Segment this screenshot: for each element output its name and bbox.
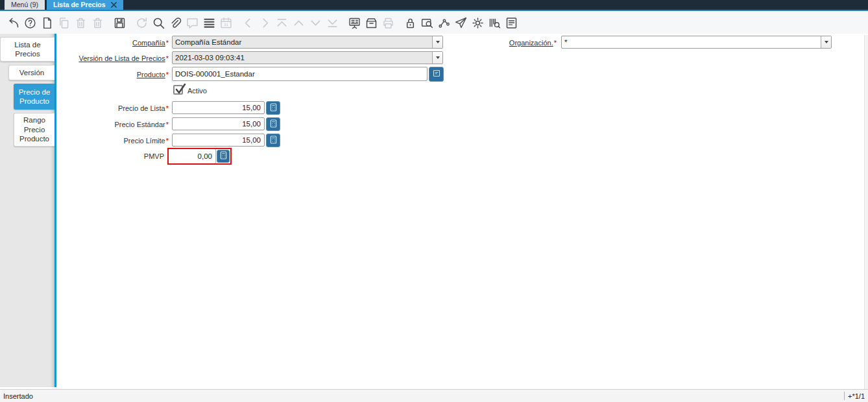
- zoom-across-button[interactable]: [418, 14, 435, 32]
- pmvp-calculator-button[interactable]: [217, 150, 230, 163]
- copy-record-button[interactable]: [55, 14, 72, 32]
- precio-estandar-input[interactable]: [172, 117, 265, 130]
- sidebar-tab-label: Versión: [19, 68, 44, 77]
- report-button[interactable]: [503, 14, 520, 32]
- version-value[interactable]: [173, 52, 432, 64]
- precio-limite-calculator-button[interactable]: [266, 134, 280, 147]
- calendar-button[interactable]: 31: [217, 14, 234, 32]
- record-indicator: +*1/1: [848, 392, 865, 400]
- pmvp-highlight-box: [167, 148, 232, 165]
- archive-button[interactable]: [363, 14, 380, 32]
- attachment-button[interactable]: [167, 14, 184, 32]
- grid-toggle-button[interactable]: [200, 14, 217, 32]
- toolbar: 31: [0, 12, 868, 34]
- barcode-scan-button[interactable]: [486, 14, 503, 32]
- calculator-icon: [220, 151, 227, 161]
- calculator-icon: [270, 119, 277, 130]
- previous-button[interactable]: [239, 14, 256, 32]
- precio-limite-input[interactable]: [172, 134, 265, 147]
- last-record-button[interactable]: [324, 14, 341, 32]
- calculator-icon: [270, 103, 277, 113]
- pmvp-input[interactable]: [169, 149, 216, 163]
- save-button[interactable]: [111, 14, 128, 32]
- down-button[interactable]: [307, 14, 324, 32]
- print-button[interactable]: [380, 14, 396, 32]
- next-button[interactable]: [256, 14, 273, 32]
- precio-estandar-label: Precio Estándar*: [58, 121, 169, 128]
- sidebar-tab-version[interactable]: Versión: [8, 65, 54, 80]
- status-separator: [844, 392, 845, 400]
- precio-de-lista-input[interactable]: [172, 101, 265, 114]
- sidebar-tab-rango-precio-producto[interactable]: Rango Precio Producto: [14, 113, 54, 147]
- compania-dropdown-icon[interactable]: [432, 36, 442, 48]
- activo-label: Activo: [187, 87, 207, 95]
- version-combobox[interactable]: [172, 51, 443, 64]
- sidebar-tab-label: Precio de Producto: [16, 88, 53, 106]
- tab-lista-de-precios[interactable]: Lista de Precios: [47, 0, 123, 10]
- help-button[interactable]: [21, 14, 38, 32]
- tab-menu-label: Menú (9): [11, 1, 38, 8]
- tab-menu[interactable]: Menú (9): [5, 0, 45, 10]
- first-record-button[interactable]: [273, 14, 290, 32]
- detail-button[interactable]: [346, 14, 363, 32]
- lock-button[interactable]: [402, 14, 418, 32]
- producto-label: Producto*: [58, 71, 169, 78]
- pmvp-label: PMVP: [58, 152, 164, 160]
- send-button[interactable]: [452, 14, 469, 32]
- chat-button[interactable]: [184, 14, 200, 32]
- organizacion-combobox[interactable]: [561, 36, 832, 49]
- organizacion-dropdown-icon[interactable]: [821, 36, 831, 48]
- precio-de-lista-label: Precio de Lista*: [58, 104, 169, 112]
- version-dropdown-icon[interactable]: [432, 52, 442, 64]
- main-area: Lista de Precios Versión Precio de Produ…: [0, 34, 868, 389]
- app-window: Menú (9) Lista de Precios 31: [0, 0, 868, 402]
- calculator-icon: [270, 136, 277, 146]
- producto-input[interactable]: [172, 67, 428, 81]
- status-bar: Insertado +*1/1: [0, 389, 868, 402]
- tab-lista-de-precios-label: Lista de Precios: [53, 1, 106, 8]
- new-record-button[interactable]: [38, 14, 55, 32]
- vertical-scrollbar[interactable]: [864, 35, 868, 389]
- precio-limite-label: Precio Límite*: [58, 137, 169, 145]
- precio-de-lista-calculator-button[interactable]: [266, 101, 280, 115]
- preferences-button[interactable]: [469, 14, 486, 32]
- window-tabbar: Menú (9) Lista de Precios: [0, 0, 868, 11]
- record-info-icon: [433, 69, 440, 79]
- undo-button[interactable]: [5, 14, 21, 32]
- producto-search-button[interactable]: [429, 67, 444, 82]
- up-button[interactable]: [290, 14, 307, 32]
- find-button[interactable]: [150, 14, 167, 32]
- activo-checkbox[interactable]: [173, 85, 183, 95]
- status-message: Insertado: [3, 392, 844, 400]
- compania-combobox[interactable]: [172, 36, 443, 49]
- delete-record-button[interactable]: [72, 14, 89, 32]
- refresh-button[interactable]: [133, 14, 150, 32]
- sidebar-tab-label: Rango Precio Producto: [16, 115, 53, 143]
- compania-label: Compañía*: [58, 39, 169, 47]
- precio-estandar-calculator-button[interactable]: [266, 117, 280, 131]
- sidebar-tab-precio-de-producto[interactable]: Precio de Producto: [14, 84, 54, 110]
- workflow-button[interactable]: [435, 14, 452, 32]
- version-label: Versión de Lista de Precios*: [58, 54, 169, 62]
- organizacion-label: Organización.*: [448, 39, 557, 47]
- delete-selection-button[interactable]: [89, 14, 106, 32]
- sidebar-tab-label: Lista de Precios: [3, 40, 53, 59]
- close-tab-icon[interactable]: [111, 2, 117, 8]
- organizacion-value[interactable]: [562, 36, 821, 48]
- compania-value[interactable]: [173, 36, 432, 48]
- tab-sidebar: Lista de Precios Versión Precio de Produ…: [0, 34, 56, 387]
- sidebar-tab-lista-de-precios[interactable]: Lista de Precios: [0, 37, 54, 62]
- svg-text:31: 31: [224, 22, 228, 27]
